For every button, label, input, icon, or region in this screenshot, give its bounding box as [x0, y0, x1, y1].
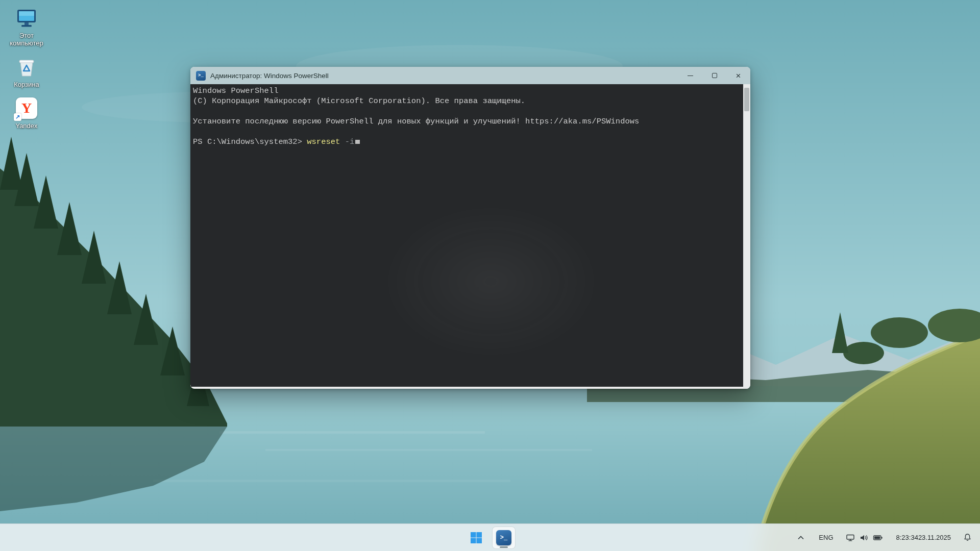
desktop: Этот компьютер Корзина Y ↗ Yand: [0, 0, 980, 551]
system-tray-icons[interactable]: [842, 528, 887, 548]
scrollbar-thumb[interactable]: [744, 88, 749, 111]
shortcut-arrow-icon: ↗: [14, 113, 21, 121]
clock-time: 8:23:34: [896, 534, 918, 542]
close-icon: ×: [736, 71, 741, 80]
minimize-icon: [688, 76, 693, 76]
notification-center-button[interactable]: [959, 528, 976, 548]
network-icon: [846, 534, 855, 542]
desktop-icon-this-pc[interactable]: Этот компьютер: [3, 6, 50, 47]
chevron-up-icon: [797, 535, 804, 541]
minimize-button[interactable]: [678, 67, 702, 84]
desktop-icon-label: Корзина: [14, 81, 39, 88]
active-app-indicator: [500, 546, 508, 548]
terminal-output[interactable]: Windows PowerShell (C) Корпорация Майкро…: [190, 84, 743, 387]
windows-logo-icon: [470, 531, 483, 544]
start-button[interactable]: [464, 527, 488, 549]
terminal-cursor: [355, 140, 360, 144]
powershell-window: >_ Администратор: Windows PowerShell × W…: [190, 67, 750, 389]
terminal-line: [193, 106, 739, 116]
this-pc-icon: [15, 6, 38, 30]
terminal-line: Windows PowerShell: [193, 86, 739, 96]
notification-bell-icon: [963, 533, 972, 542]
powershell-titlebar-icon: >_: [196, 71, 206, 81]
terminal-prompt-line: PS C:\Windows\system32> wsreset -i: [193, 137, 739, 147]
terminal-prompt: PS C:\Windows\system32>: [193, 137, 307, 146]
terminal-glow: [384, 205, 598, 358]
terminal-line: (C) Корпорация Майкрософт (Microsoft Cor…: [193, 96, 739, 106]
recycle-bin-icon: [15, 55, 38, 79]
maximize-button[interactable]: [702, 67, 726, 84]
desktop-icon-list: Этот компьютер Корзина Y ↗ Yand: [3, 6, 50, 130]
taskbar-powershell-button[interactable]: >_: [492, 527, 516, 549]
maximize-icon: [712, 73, 717, 78]
terminal-scrollbar[interactable]: [743, 84, 750, 389]
clock[interactable]: 8:23:34 23.11.2025: [892, 528, 955, 548]
desktop-icon-recycle-bin[interactable]: Корзина: [3, 55, 50, 88]
desktop-icon-label: Yandex: [15, 122, 37, 130]
desktop-icon-yandex[interactable]: Y ↗ Yandex: [3, 96, 50, 130]
show-hidden-icons-button[interactable]: [792, 528, 810, 548]
close-button[interactable]: ×: [726, 67, 750, 84]
volume-icon: [860, 534, 868, 542]
clock-date: 23.11.2025: [918, 534, 951, 542]
window-title: Администратор: Windows PowerShell: [210, 72, 329, 80]
terminal-parameter: -i: [340, 137, 354, 146]
desktop-icon-label: Этот компьютер: [3, 32, 50, 47]
language-indicator[interactable]: ENG: [814, 528, 838, 548]
powershell-taskbar-icon: >_: [496, 530, 511, 545]
window-titlebar[interactable]: >_ Администратор: Windows PowerShell ×: [190, 67, 750, 84]
terminal-line: [193, 127, 739, 137]
battery-icon: [873, 534, 883, 542]
terminal-line: Установите последнюю версию PowerShell д…: [193, 116, 739, 127]
taskbar: >_ ENG: [0, 523, 980, 551]
terminal-command: wsreset: [307, 137, 340, 146]
